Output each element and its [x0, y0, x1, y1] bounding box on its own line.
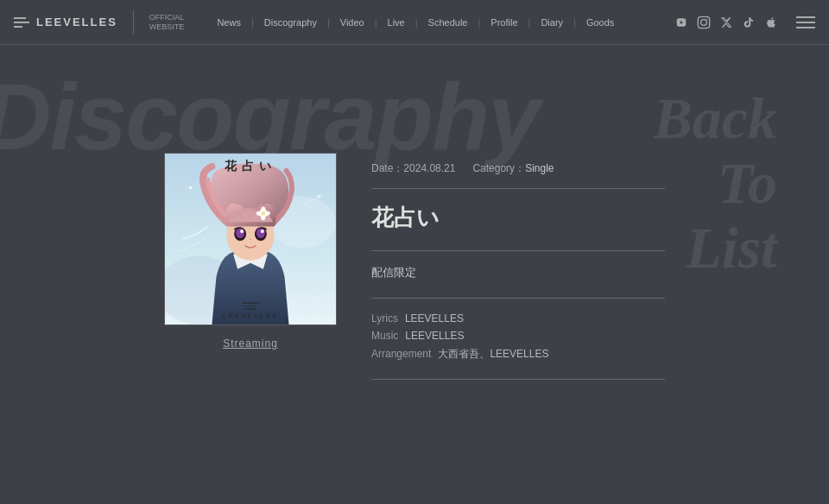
info-area: Date：2024.08.21 Category：Single 花占い 配信限定… — [371, 153, 665, 380]
album-cover: 花占い LEEVELLES — [164, 153, 337, 325]
info-title: 花占い — [371, 203, 665, 233]
nav-link-profile[interactable]: Profile — [480, 17, 528, 28]
svg-point-2 — [706, 18, 707, 19]
apple-icon[interactable] — [763, 15, 779, 30]
youtube-icon[interactable] — [674, 15, 689, 30]
info-divider-2 — [371, 250, 665, 251]
logo-text[interactable]: LEEVELLES — [36, 16, 117, 28]
nav-link-schedule[interactable]: Schedule — [418, 17, 478, 28]
hamburger-line-1 — [796, 16, 815, 18]
album-cover-inner: 花占い LEEVELLES — [165, 154, 336, 324]
bar-line-1 — [14, 17, 26, 19]
info-divider-4 — [371, 379, 665, 380]
nav-link-live[interactable]: Live — [377, 17, 415, 28]
album-logo-bars — [242, 302, 259, 310]
nav-divider — [133, 10, 134, 35]
credit-lyrics-value: LEEVELLES — [405, 312, 464, 324]
date-label: Date： — [371, 162, 403, 174]
category-label: Category： — [472, 162, 525, 174]
svg-point-16 — [256, 228, 265, 238]
svg-point-22 — [261, 215, 265, 220]
album-cover-title: 花占い — [165, 159, 336, 174]
nav-bars-icon — [14, 17, 29, 28]
album-logo-name: LEEVELLES — [223, 312, 279, 319]
info-divider-1 — [371, 188, 665, 189]
svg-point-23 — [256, 211, 262, 215]
info-credits: LyricsLEEVELLES MusicLEEVELLES Arrangeme… — [371, 312, 665, 362]
date-value: 2024.08.21 — [403, 162, 455, 174]
logo-area: LEEVELLES OFFICIAL WEBSITE — [14, 10, 184, 35]
nav-link-goods[interactable]: Goods — [576, 17, 624, 28]
nav-link-news[interactable]: News — [206, 17, 251, 28]
album-area: 花占い LEEVELLES Streaming — [164, 153, 337, 350]
hamburger-menu[interactable] — [796, 16, 815, 28]
credit-arrangement-label: Arrangement — [371, 348, 431, 360]
info-category: Category：Single — [472, 161, 554, 176]
svg-point-18 — [261, 230, 264, 233]
info-divider-3 — [371, 298, 665, 299]
credit-lyrics: LyricsLEEVELLES — [371, 312, 665, 324]
credit-music-value: LEEVELLES — [405, 330, 464, 342]
info-meta: Date：2024.08.21 Category：Single — [371, 161, 665, 176]
credit-arrangement: Arrangement大西省吾、LEEVELLES — [371, 347, 665, 362]
hamburger-line-3 — [796, 27, 815, 28]
credit-music: MusicLEEVELLES — [371, 330, 665, 342]
hamburger-line-2 — [796, 22, 815, 23]
logo-bar-3 — [245, 308, 256, 310]
tiktok-icon[interactable] — [741, 15, 756, 30]
info-limited: 配信限定 — [371, 265, 665, 280]
category-value: Single — [525, 162, 554, 174]
x-twitter-icon[interactable] — [718, 15, 734, 30]
bar-line-2 — [14, 22, 29, 23]
svg-point-17 — [240, 230, 244, 233]
nav-link-diary[interactable]: Diary — [530, 17, 573, 28]
nav-links: News | Discography | Video | Live | Sche… — [206, 17, 674, 28]
svg-point-24 — [265, 211, 270, 215]
svg-point-4 — [189, 186, 193, 189]
nav-link-video[interactable]: Video — [330, 17, 375, 28]
credit-music-label: Music — [371, 330, 398, 342]
svg-rect-0 — [698, 16, 709, 28]
credit-lyrics-label: Lyrics — [371, 312, 398, 324]
official-label: OFFICIAL WEBSITE — [149, 13, 185, 32]
info-date: Date：2024.08.21 — [371, 161, 455, 176]
bar-line-3 — [14, 26, 22, 28]
nav-link-discography[interactable]: Discography — [254, 17, 327, 28]
streaming-link[interactable]: Streaming — [223, 337, 278, 350]
album-logo-overlay: LEEVELLES — [165, 302, 336, 319]
main-content: 花占い LEEVELLES Streaming — [0, 45, 829, 504]
svg-point-15 — [236, 228, 244, 238]
credit-arrangement-value: 大西省吾、LEEVELLES — [438, 348, 548, 360]
svg-point-1 — [701, 19, 707, 25]
logo-bar-2 — [244, 306, 257, 307]
svg-point-21 — [261, 206, 265, 211]
instagram-icon[interactable] — [696, 15, 712, 30]
logo-bar-1 — [242, 302, 259, 304]
social-icons — [674, 15, 815, 30]
navigation: LEEVELLES OFFICIAL WEBSITE News | Discog… — [0, 0, 829, 45]
content-wrapper: 花占い LEEVELLES Streaming — [164, 153, 665, 380]
album-art-svg — [165, 154, 336, 324]
